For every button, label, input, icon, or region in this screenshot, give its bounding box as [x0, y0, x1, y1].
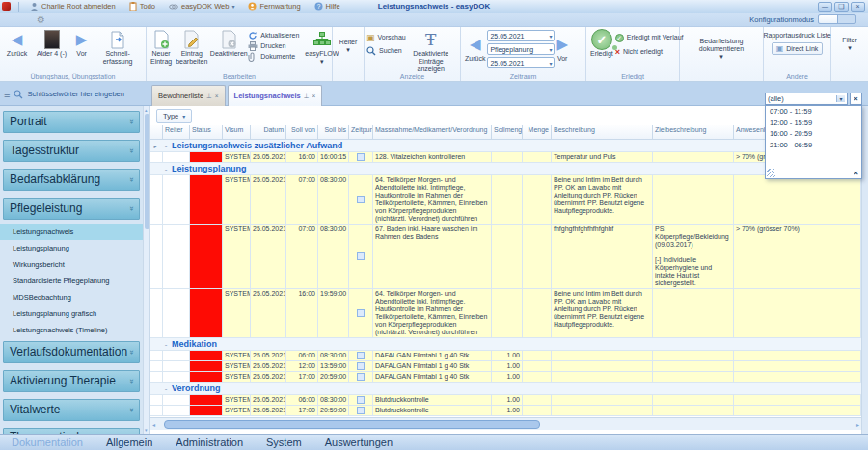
- suchen-button[interactable]: Suchen: [366, 46, 406, 56]
- table-row[interactable]: SYSTEM25.05.202106:0008:30:00DAFALGAN Fi…: [150, 351, 861, 361]
- sidebar-item[interactable]: Leistungsnachweis (Timeline): [0, 322, 143, 338]
- scroll-thumb[interactable]: [164, 420, 540, 429]
- erledigt-button[interactable]: ✓ Erledigt: [588, 29, 615, 59]
- close-icon[interactable]: ×: [312, 93, 315, 99]
- zeitpunkt-checkbox[interactable]: [357, 352, 365, 359]
- deaktivierte-anzeigen-button[interactable]: Ŧ Deaktivierte Einträge anzeigen: [406, 29, 456, 74]
- reiter-button[interactable]: Reiter ▾: [338, 29, 360, 55]
- header-cell[interactable]: Massnahme/Medikament/Verordnung: [373, 125, 492, 140]
- aktualisieren-button[interactable]: Aktualisieren: [248, 31, 299, 40]
- menu-item-easydok-web[interactable]: easyDOK Web ▾: [169, 2, 234, 11]
- eintrag-bearbeiten-button[interactable]: Eintrag bearbeiten: [174, 29, 209, 66]
- type-button[interactable]: Type ▾: [156, 109, 192, 123]
- header-cell[interactable]: Soll bis: [318, 125, 349, 140]
- filter-close-button[interactable]: ×: [850, 93, 862, 105]
- table-row[interactable]: SYSTEM25.05.202117:0020:59:00DAFALGAN Fi…: [150, 372, 861, 383]
- header-cell[interactable]: Menge: [523, 125, 552, 140]
- minimize-button[interactable]: —: [818, 2, 832, 12]
- menu-item-logout[interactable]: Charlie Root abmelden: [30, 2, 116, 11]
- table-row[interactable]: SYSTEM25.05.202107:0008:30:0064. Teilkör…: [150, 175, 861, 225]
- hamburger-icon[interactable]: ≡: [4, 89, 10, 100]
- period-forward-button[interactable]: ▶ Vor: [555, 34, 570, 64]
- header-cell[interactable]: Zeitpunkt: [349, 125, 373, 140]
- vorschau-toggle[interactable]: ▣ Vorschau: [366, 33, 406, 42]
- filter-option[interactable]: 07:00 - 11:59: [766, 106, 861, 118]
- sidebar-section-header[interactable]: Portrait»: [3, 111, 140, 133]
- header-cell[interactable]: Visum: [223, 125, 251, 140]
- zeitpunkt-checkbox[interactable]: [357, 396, 365, 404]
- close-button[interactable]: ×: [851, 2, 865, 12]
- filter-button[interactable]: Filter ▾: [840, 29, 859, 53]
- sidebar-section-header[interactable]: Vitalwerte»: [3, 399, 140, 421]
- filter-option[interactable]: 12:00 - 15:59: [766, 118, 861, 129]
- scroll-up-icon[interactable]: ▴: [145, 107, 148, 113]
- sidebar-item[interactable]: Leistungsplanung grafisch: [0, 305, 143, 322]
- pin-icon[interactable]: ⊥: [206, 93, 212, 100]
- header-cell[interactable]: Soll von: [286, 125, 318, 140]
- menu-item-hilfe[interactable]: ? Hilfe: [314, 2, 340, 11]
- section-header-row[interactable]: -Leistungsplanung: [150, 163, 861, 175]
- resize-grip-icon[interactable]: [767, 169, 775, 177]
- erledigt-mit-verlauf-button[interactable]: ✓ Erledigt mit Verlauf: [615, 33, 684, 42]
- rapportausdruck-label[interactable]: Rapportausdruck Liste: [763, 32, 830, 39]
- date-from-combo[interactable]: 25.05.2021▾: [487, 30, 555, 41]
- sidebar-item[interactable]: Leistungsplanung: [0, 240, 143, 256]
- close-icon[interactable]: ×: [854, 169, 858, 177]
- forward-patient-button[interactable]: ▶ Vor: [74, 29, 90, 59]
- zeitpunkt-checkbox[interactable]: [357, 196, 365, 203]
- section-header-row[interactable]: -Medikation: [150, 338, 861, 351]
- sidebar-section-header[interactable]: Tagesstruktur»: [3, 140, 140, 162]
- zeitpunkt-checkbox[interactable]: [357, 153, 365, 161]
- menu-item-todo[interactable]: Todo: [129, 2, 155, 11]
- bottom-nav-auswertungen[interactable]: Auswertungen: [325, 437, 393, 448]
- zeitpunkt-checkbox[interactable]: [357, 362, 365, 370]
- section-header-row[interactable]: ▸-Leistungsnachweis zusätzlicher Aufwand: [150, 140, 861, 152]
- date-to-combo[interactable]: 25.05.2021▾: [487, 57, 555, 68]
- scroll-down-icon[interactable]: ▾: [145, 427, 148, 433]
- filter-option[interactable]: 16:00 - 20:59: [766, 128, 861, 140]
- header-cell[interactable]: Datum: [251, 125, 286, 140]
- section-header-row[interactable]: -Verordnung: [150, 383, 861, 395]
- pin-icon[interactable]: ⊥: [304, 93, 310, 100]
- search-input[interactable]: [27, 90, 146, 98]
- sidebar-item[interactable]: Standardisierte Pflegeplanung: [0, 273, 143, 289]
- zeitpunkt-checkbox[interactable]: [357, 407, 365, 414]
- zeitpunkt-checkbox[interactable]: [357, 252, 365, 260]
- menu-item-fernwartung[interactable]: Fernwartung: [248, 2, 300, 11]
- table-row[interactable]: SYSTEM25.05.202112:0013:59:00DAFALGAN Fi…: [150, 361, 861, 372]
- horizontal-scrollbar[interactable]: ◂ ▸: [150, 417, 861, 430]
- period-mode-combo[interactable]: Pflegeplanung▾: [487, 43, 555, 55]
- zeitpunkt-checkbox[interactable]: [357, 373, 365, 381]
- sidebar-item[interactable]: Leistungsnachweis: [0, 224, 143, 240]
- zeitpunkt-checkbox[interactable]: [357, 309, 365, 317]
- filter-value-combo[interactable]: (alle) ▾: [765, 93, 848, 105]
- sidebar-scrollbar[interactable]: ▴ ▾: [143, 106, 149, 434]
- close-icon[interactable]: ×: [215, 93, 219, 99]
- scroll-right-icon[interactable]: ▸: [856, 421, 859, 428]
- filter-option[interactable]: 21:00 - 06:59: [766, 140, 861, 151]
- period-back-button[interactable]: ◀ Zurück: [463, 34, 487, 64]
- header-cell[interactable]: Status: [190, 125, 223, 140]
- vertical-scrollbar[interactable]: [861, 106, 868, 434]
- drucken-button[interactable]: Drucken: [248, 41, 299, 51]
- collapse-icon[interactable]: -: [163, 384, 169, 393]
- konfigurationsmodus-toggle[interactable]: [818, 14, 856, 24]
- bottom-nav-administration[interactable]: Administration: [176, 437, 243, 448]
- table-row[interactable]: SYSTEM25.05.202106:0008:30:00Blutdruckko…: [150, 395, 861, 406]
- neuer-eintrag-button[interactable]: Neuer Eintrag: [149, 29, 174, 66]
- header-cell[interactable]: Zielbeschreibung: [653, 125, 734, 140]
- bedarfleistung-button[interactable]: Bedarfleistung dokumentieren ▾: [683, 37, 760, 62]
- header-cell[interactable]: Sollmenge: [492, 125, 523, 140]
- nicht-erledigt-button[interactable]: × Nicht erledigt: [615, 47, 684, 57]
- sidebar-item[interactable]: Wirkungsbericht: [0, 256, 143, 273]
- header-cell[interactable]: Reiter: [163, 125, 190, 140]
- scroll-left-icon[interactable]: ◂: [152, 421, 155, 428]
- schnellerfassung-button[interactable]: Schnell-erfassung: [95, 29, 141, 66]
- direct-link-button[interactable]: ▣ Direct Link: [772, 42, 824, 55]
- tab-leistungsnachweis[interactable]: Leistungsnachweis ⊥ ×: [228, 85, 323, 106]
- table-row[interactable]: SYSTEM25.05.202116:0016:00:15128. Vitalz…: [150, 152, 861, 163]
- sidebar-section-header[interactable]: Verlaufsdokumentation»: [3, 341, 140, 363]
- bottom-nav-system[interactable]: System: [266, 437, 302, 448]
- deaktivieren-button[interactable]: Deaktivieren: [209, 29, 248, 59]
- table-row[interactable]: SYSTEM25.05.202107:0008:30:0067. Baden i…: [150, 225, 861, 289]
